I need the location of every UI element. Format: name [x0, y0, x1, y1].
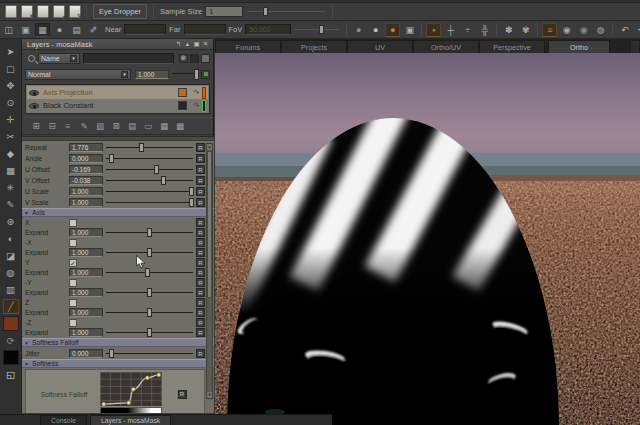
reset-button[interactable]: R	[196, 268, 205, 277]
value-field[interactable]: 1.000	[69, 328, 103, 337]
slider[interactable]	[106, 349, 193, 358]
viewport-tab-partial[interactable]	[630, 40, 640, 53]
layer-row[interactable]: Black Constant↷	[27, 99, 208, 112]
dock-tab-console[interactable]: Console	[40, 415, 87, 425]
viewport-tab-projects[interactable]: Projects	[281, 40, 347, 53]
value-field[interactable]: 1.000	[69, 308, 103, 317]
swap-colors-icon[interactable]: ⟳	[3, 333, 19, 348]
collapse-panel-icon[interactable]: ▴	[183, 40, 192, 49]
reset-button[interactable]: R	[196, 328, 205, 337]
blend-mode-select[interactable]: Normal▾	[25, 69, 131, 80]
viewport-tab-perspective[interactable]: Perspective	[479, 40, 545, 53]
layer-search-input[interactable]	[83, 53, 174, 64]
reset-curve-button[interactable]: R	[178, 390, 187, 399]
reset-button[interactable]: R	[196, 165, 205, 174]
add-layer-icon[interactable]: ⊞	[29, 120, 43, 133]
slider[interactable]	[106, 288, 193, 297]
layer-visibility-icon[interactable]	[29, 103, 39, 109]
pen-tool-icon[interactable]: ✎	[3, 197, 19, 212]
scrollbar-thumb[interactable]	[207, 151, 212, 298]
shader-sphere-icon[interactable]: ●	[52, 23, 67, 37]
clone-stamp-tool-icon[interactable]: ⊛	[3, 214, 19, 229]
fov-field[interactable]: 50.000	[245, 24, 291, 35]
value-field[interactable]: 0.000	[69, 154, 103, 163]
mask-preview-icon[interactable]: ◍	[593, 23, 608, 37]
foreground-color-swatch[interactable]	[3, 316, 19, 331]
layer-row[interactable]: Axis Projection↷	[27, 86, 208, 99]
layer-link-icon[interactable]: ↷	[193, 102, 199, 110]
slider[interactable]	[106, 176, 193, 185]
maximize-panel-icon[interactable]: ▣	[192, 40, 201, 49]
reset-button[interactable]: R	[196, 258, 205, 267]
layer-grid-view-icon[interactable]: ▩	[173, 120, 187, 133]
paint-buffer-icon[interactable]: ≡	[542, 23, 557, 37]
marquee-select-tool-icon[interactable]: ▢	[3, 61, 19, 76]
section-header-softness-falloff[interactable]: ▼ Softness Falloff	[22, 338, 214, 347]
zoom-tool-icon[interactable]: ⊙	[3, 95, 19, 110]
warp-grid-tool-icon[interactable]: ▦	[3, 163, 19, 178]
falloff-curve[interactable]	[100, 372, 162, 406]
fov-slider[interactable]	[295, 24, 339, 35]
section-header-axis[interactable]: ▼ Axis	[22, 208, 214, 217]
mirror-x-icon[interactable]: ┼	[443, 23, 458, 37]
current-color-swatch[interactable]	[3, 350, 19, 365]
slider[interactable]	[106, 268, 193, 277]
value-field[interactable]: 0.000	[69, 349, 103, 358]
slice-tool-icon[interactable]: ✂	[3, 129, 19, 144]
reset-button[interactable]: R	[196, 298, 205, 307]
float-panel-icon[interactable]: ↰	[174, 40, 183, 49]
reset-button[interactable]: R	[196, 308, 205, 317]
value-field[interactable]: 1.776	[69, 143, 103, 152]
reset-button[interactable]: R	[196, 238, 205, 247]
reset-button[interactable]: R	[196, 187, 205, 196]
value-field[interactable]: -0.169	[69, 165, 103, 174]
search-options-button[interactable]	[201, 54, 210, 63]
scroll-down-icon[interactable]: ▼	[207, 392, 212, 398]
cache-layer-icon[interactable]: ▦	[157, 120, 171, 133]
viewport-3d-scene[interactable]	[215, 53, 640, 425]
eye-dropper-button[interactable]: Eye Dropper	[93, 4, 147, 19]
sample-size-slider[interactable]	[247, 6, 325, 17]
blur-tool-icon[interactable]: ◆	[3, 146, 19, 161]
search-filter-select[interactable]: Name▾	[38, 53, 80, 64]
checkbox--y[interactable]	[69, 279, 77, 287]
slider[interactable]	[106, 143, 193, 152]
add-adjustment-layer-icon[interactable]: ⊟	[45, 120, 59, 133]
new-project-icon[interactable]	[5, 5, 17, 18]
spray-tool-icon[interactable]: ✳	[3, 180, 19, 195]
viewport-tab-uv[interactable]: UV	[347, 40, 413, 53]
screenshot-grid-icon[interactable]: ▦	[35, 23, 50, 37]
undo-icon[interactable]: ↶	[617, 23, 632, 37]
scroll-up-icon[interactable]: ▲	[207, 144, 212, 150]
far-field[interactable]	[184, 24, 226, 35]
checkbox-z[interactable]	[69, 299, 77, 307]
merge-layers-icon[interactable]: ▧	[93, 120, 107, 133]
blend-amount-slider[interactable]	[172, 69, 196, 80]
layer-thumbnail[interactable]	[178, 88, 187, 97]
value-field[interactable]: 1.000	[69, 187, 103, 196]
render-view-icon[interactable]: ▣	[402, 23, 417, 37]
section-header-softness[interactable]: ▼ Softness	[22, 359, 214, 368]
pan-tool-icon[interactable]: ✥	[3, 78, 19, 93]
reset-button[interactable]: R	[196, 318, 205, 327]
value-field[interactable]: 1.000	[69, 228, 103, 237]
fg-bg-colors-icon[interactable]: ◱	[3, 367, 19, 382]
smear-tool-icon[interactable]: ◐	[3, 231, 19, 246]
reset-button[interactable]: R	[196, 154, 205, 163]
properties-scrollbar[interactable]: ▲ ▼	[206, 143, 213, 399]
geometry-cube-icon[interactable]: ◫	[1, 23, 16, 37]
layer-thumbnail[interactable]	[178, 101, 187, 110]
save-project-icon[interactable]: ↓	[37, 5, 49, 18]
close-panel-icon[interactable]: ✕	[201, 40, 210, 49]
layer-visibility-icon[interactable]	[29, 90, 39, 96]
hide-paint-icon[interactable]: ◉	[576, 23, 591, 37]
paint-brush-tool-icon[interactable]: ╱	[3, 299, 19, 314]
checkbox-y[interactable]: ✓	[69, 259, 77, 267]
mirror-y-icon[interactable]: ÷	[460, 23, 475, 37]
add-procedural-layer-icon[interactable]: ≡	[61, 120, 75, 133]
value-field[interactable]: 1.000	[69, 288, 103, 297]
image-manager-icon[interactable]: ▣	[18, 23, 33, 37]
folder-icon[interactable]: ▤	[69, 23, 84, 37]
clear-search-icon[interactable]: ⊗	[179, 54, 188, 63]
value-field[interactable]: 1.000	[69, 248, 103, 257]
